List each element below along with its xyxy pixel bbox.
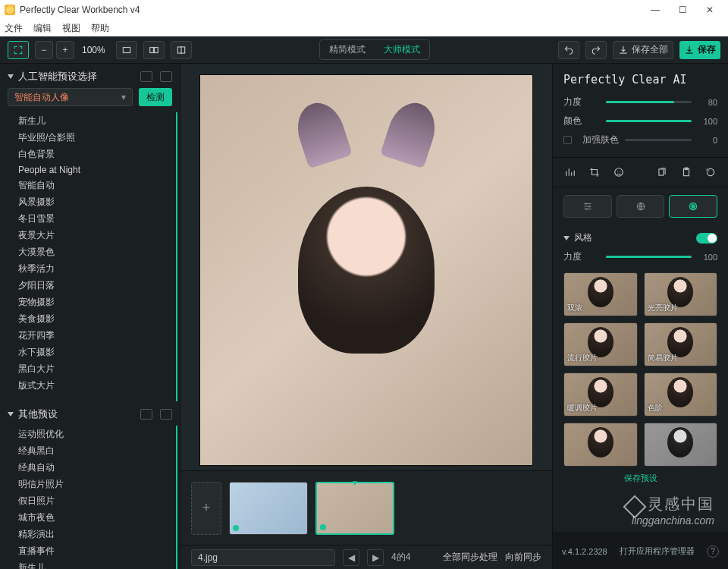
tab-adjust[interactable] bbox=[563, 195, 612, 218]
tab-styles[interactable] bbox=[669, 195, 717, 218]
grid-view-icon[interactable] bbox=[140, 409, 152, 420]
reset-icon[interactable] bbox=[704, 165, 717, 179]
style-thumb[interactable]: 光亮胶片 bbox=[644, 272, 718, 316]
help-icon[interactable]: ? bbox=[707, 545, 719, 558]
preset-item[interactable]: 精彩演出 bbox=[18, 526, 176, 542]
checkbox[interactable] bbox=[563, 136, 572, 144]
thumbnail-1[interactable] bbox=[229, 482, 308, 535]
grid-view-icon[interactable] bbox=[140, 71, 152, 82]
style-strength-slider[interactable] bbox=[606, 256, 692, 258]
style-thumb[interactable] bbox=[644, 423, 718, 467]
face-icon[interactable] bbox=[612, 165, 626, 179]
preset-item[interactable]: 城市夜色 bbox=[18, 509, 176, 526]
preset-item[interactable]: 水下摄影 bbox=[18, 344, 176, 360]
menu-edit[interactable]: 编辑 bbox=[33, 22, 52, 35]
add-image-button[interactable]: + bbox=[191, 482, 221, 535]
preset-item[interactable]: 风景摄影 bbox=[18, 193, 176, 210]
preset-item[interactable]: 运动照优化 bbox=[18, 426, 176, 442]
sync-forward-button[interactable]: 向前同步 bbox=[505, 551, 541, 564]
preset-item[interactable]: 冬日雪景 bbox=[18, 210, 176, 227]
menu-view[interactable]: 视图 bbox=[62, 22, 80, 35]
zoom-out-button[interactable]: − bbox=[35, 41, 53, 59]
window-maximize[interactable]: ☐ bbox=[669, 0, 696, 20]
preset-item[interactable]: 宠物摄影 bbox=[18, 294, 176, 310]
preset-item[interactable]: 智能自动 bbox=[18, 177, 176, 193]
copy-icon[interactable] bbox=[655, 165, 669, 179]
style-caption: 流行胶片 bbox=[567, 353, 598, 363]
preset-item[interactable]: People at Night bbox=[18, 162, 176, 177]
mode-master[interactable]: 大师模式 bbox=[375, 40, 429, 59]
style-section-title: 风格 bbox=[574, 231, 692, 244]
tab-globe[interactable] bbox=[617, 195, 665, 218]
thumbnail-2-selected[interactable]: ▼ bbox=[315, 482, 394, 535]
preset-item[interactable]: 假日照片 bbox=[18, 492, 176, 509]
section-other-presets-header[interactable]: 其他预设 bbox=[0, 401, 180, 426]
manager-link[interactable]: 打开应用程序管理器 bbox=[620, 545, 695, 557]
preset-dropdown[interactable]: 智能自动人像 ▾ bbox=[8, 88, 133, 106]
preset-item[interactable]: 明信片照片 bbox=[18, 476, 176, 492]
style-thumb[interactable]: 简易胶片 bbox=[644, 322, 718, 366]
paste-icon[interactable] bbox=[679, 165, 693, 179]
preset-item[interactable]: 白色背景 bbox=[18, 146, 176, 162]
zoom-value: 100% bbox=[77, 45, 110, 55]
preset-item[interactable]: 新生儿 bbox=[18, 559, 176, 569]
menu-file[interactable]: 文件 bbox=[5, 22, 23, 35]
left-sidebar: 人工智能预设选择 智能自动人像 ▾ 检测 新生儿毕业照/合影照白色背景Peopl… bbox=[0, 64, 180, 569]
preset-item[interactable]: 经典黑白 bbox=[18, 442, 176, 459]
preset-item[interactable]: 夕阳日落 bbox=[18, 277, 176, 294]
list-view-icon[interactable] bbox=[160, 71, 172, 82]
style-toggle[interactable] bbox=[696, 233, 717, 244]
preset-item[interactable]: 经典自动 bbox=[18, 459, 176, 476]
view-split-button[interactable] bbox=[143, 41, 165, 59]
preset-item[interactable]: 黑白大片 bbox=[18, 360, 176, 377]
style-thumb[interactable]: 双浓 bbox=[563, 272, 638, 316]
sync-all-button[interactable]: 全部同步处理 bbox=[443, 551, 497, 564]
save-preset-link[interactable]: 保存预设 bbox=[553, 473, 728, 523]
save-button[interactable]: 保存 bbox=[679, 41, 720, 59]
style-thumb[interactable]: 流行胶片 bbox=[563, 322, 638, 366]
preset-item[interactable]: 秋季活力 bbox=[18, 260, 176, 277]
mode-simple[interactable]: 精简模式 bbox=[320, 40, 375, 59]
slider-track[interactable] bbox=[606, 101, 692, 103]
fit-screen-button[interactable] bbox=[8, 41, 29, 59]
menu-help[interactable]: 帮助 bbox=[91, 22, 109, 35]
slider-track[interactable] bbox=[625, 139, 692, 141]
svg-rect-2 bbox=[154, 47, 158, 52]
undo-button[interactable] bbox=[558, 41, 579, 59]
right-panel-footer: v.4.1.2.2328 打开应用程序管理器 ? bbox=[553, 533, 728, 569]
preset-item[interactable]: 新生儿 bbox=[18, 112, 176, 129]
preset-item[interactable]: 直播事件 bbox=[18, 542, 176, 559]
window-minimize[interactable]: — bbox=[642, 0, 669, 20]
preset-item[interactable]: 花开四季 bbox=[18, 327, 176, 344]
preset-item[interactable]: 毕业照/合影照 bbox=[18, 129, 176, 146]
style-thumb[interactable]: 暖调胶片 bbox=[563, 373, 638, 417]
view-compare-button[interactable] bbox=[171, 41, 192, 59]
section-ai-presets-header[interactable]: 人工智能预设选择 bbox=[0, 64, 180, 88]
detect-button[interactable]: 检测 bbox=[139, 88, 172, 106]
histogram-icon[interactable] bbox=[563, 165, 577, 179]
crop-icon[interactable] bbox=[588, 165, 601, 179]
footer-bar: 4.jpg ◀ ▶ 4的4 全部同步处理 向前同步 bbox=[180, 545, 552, 569]
next-image-button[interactable]: ▶ bbox=[367, 549, 384, 566]
zoom-in-button[interactable]: + bbox=[56, 41, 74, 59]
slider-track[interactable] bbox=[606, 120, 692, 122]
window-close[interactable]: ✕ bbox=[696, 0, 723, 20]
list-view-icon[interactable] bbox=[160, 409, 172, 420]
collapse-icon bbox=[8, 412, 14, 417]
redo-button[interactable] bbox=[585, 41, 607, 59]
preset-item[interactable]: 美食摄影 bbox=[18, 310, 176, 327]
slider-row: 颜色100 bbox=[553, 112, 728, 130]
save-all-button[interactable]: 保存全部 bbox=[613, 41, 673, 59]
style-thumb[interactable]: 色阶 bbox=[644, 373, 718, 417]
preset-item[interactable]: 夜景大片 bbox=[18, 227, 176, 244]
prev-image-button[interactable]: ◀ bbox=[343, 549, 359, 566]
mode-switch: 精简模式 大师模式 bbox=[319, 39, 430, 60]
filename-field[interactable]: 4.jpg bbox=[191, 549, 335, 566]
image-preview[interactable] bbox=[180, 64, 552, 470]
slider-value: 80 bbox=[698, 98, 717, 107]
preset-selected-label: 智能自动人像 bbox=[14, 91, 69, 104]
view-single-button[interactable] bbox=[116, 41, 137, 59]
preset-item[interactable]: 大漠景色 bbox=[18, 244, 176, 260]
style-thumb[interactable] bbox=[563, 423, 638, 467]
preset-item[interactable]: 版式大片 bbox=[18, 377, 176, 394]
